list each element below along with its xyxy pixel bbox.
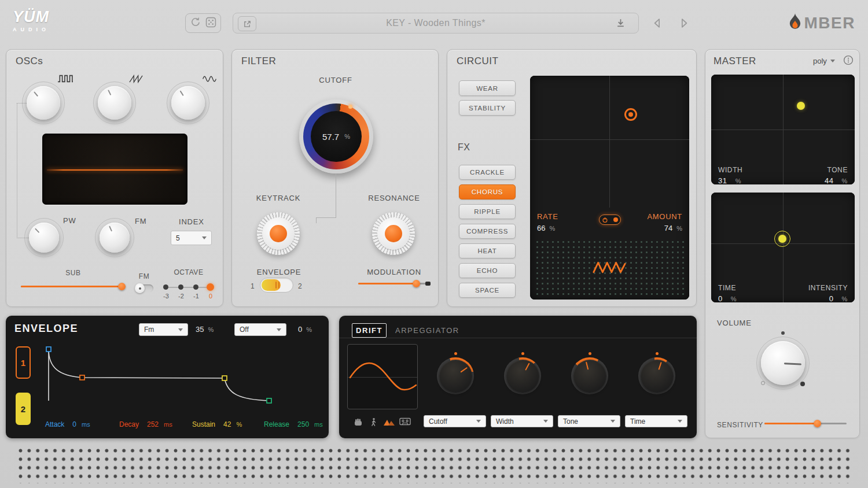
fx-button-space[interactable]: SPACE (459, 283, 516, 298)
fx-xy-pad[interactable]: RATE 66% AMOUNT 74% (530, 76, 689, 300)
master-panel: MASTER poly WIDTH 31% TONE 44% (705, 49, 860, 438)
drift-target-2-select[interactable]: Width (491, 415, 553, 427)
fx-button-ripple[interactable]: RIPPLE (459, 204, 516, 219)
intensity-label: INTENSITY (808, 284, 848, 292)
drift-amount-knob-1[interactable] (437, 357, 474, 394)
connector-line (336, 173, 336, 217)
octave-step-0-selected[interactable] (207, 283, 214, 291)
fx-button-compress[interactable]: COMPRESS (459, 224, 516, 239)
xy-marker[interactable] (797, 102, 805, 110)
sensitivity-slider[interactable] (764, 419, 847, 427)
cutoff-knob[interactable]: 57.7 % (299, 99, 373, 173)
volume-knob[interactable] (761, 341, 805, 385)
envelope-select-toggle[interactable] (260, 278, 293, 293)
fx-power-toggle[interactable] (599, 215, 621, 225)
mod-amount-2[interactable]: 0% (298, 325, 312, 334)
width-tone-xy-pad[interactable]: WIDTH 31% TONE 44% (711, 75, 855, 184)
osc2-level-knob[interactable] (98, 86, 131, 120)
osc1-level-knob[interactable] (27, 86, 60, 120)
knob-face (377, 217, 410, 250)
walking-person-icon[interactable] (369, 417, 378, 430)
undo-icon[interactable] (190, 17, 201, 29)
octave-step--1[interactable] (193, 284, 198, 290)
mod-target-2-select[interactable]: Off (234, 323, 286, 336)
chevron-down-icon (543, 420, 548, 423)
tab-arpeggiator[interactable]: ARPEGGIATOR (395, 326, 459, 335)
fx-button-chorus-selected[interactable]: CHORUS (459, 184, 516, 199)
speaker-grille (14, 445, 854, 483)
octave-step--3[interactable] (163, 284, 168, 290)
envelope-1-button[interactable]: 1 (16, 346, 31, 379)
sub-slider[interactable] (21, 282, 126, 290)
knob-face (262, 217, 295, 250)
drift-amount-knob-4[interactable] (638, 357, 675, 394)
save-preset-icon[interactable] (616, 18, 626, 30)
index-select[interactable]: 5 (171, 231, 212, 245)
time-intensity-xy-pad[interactable]: TIME 0% INTENSITY 0% (711, 193, 855, 302)
knob-indicator (502, 356, 543, 396)
release-value[interactable]: 250 (297, 420, 309, 428)
fm-knob[interactable] (100, 223, 130, 253)
cutoff-indicator-dot (348, 105, 352, 109)
drift-target-1-select[interactable]: Cutoff (424, 415, 486, 427)
xy-marker[interactable] (778, 235, 786, 243)
next-preset-icon[interactable] (678, 17, 690, 29)
resonance-knob[interactable] (372, 212, 415, 255)
prev-preset-icon[interactable] (652, 17, 663, 29)
chorus-wave-icon (592, 258, 628, 276)
voice-mode-select[interactable]: poly (813, 57, 835, 65)
drift-target-3-select[interactable]: Tone (558, 415, 620, 427)
wear-button[interactable]: WEAR (459, 80, 516, 96)
modulation-label: MODULATION (359, 268, 429, 276)
cassette-icon[interactable] (399, 417, 411, 428)
rate-label: RATE (537, 212, 558, 221)
fx-button-heat[interactable]: HEAT (459, 243, 516, 258)
drift-amount-knob-2[interactable] (504, 357, 541, 394)
drift-amount-knob-3[interactable] (571, 357, 608, 394)
pw-knob[interactable] (29, 223, 59, 253)
preset-browser-bar[interactable]: KEY - Wooden Things* (233, 13, 639, 34)
keytrack-knob[interactable] (257, 212, 300, 255)
fm-toggle[interactable] (135, 284, 153, 292)
attack-unit: ms (82, 421, 90, 428)
circuit-title: CIRCUIT (457, 56, 498, 67)
knob-indicator (23, 216, 65, 259)
amount-unit: % (676, 225, 682, 232)
knob-indicator (165, 80, 211, 126)
knob-dot (589, 352, 591, 355)
dice-randomize-icon[interactable] (205, 17, 216, 30)
tone-label: TONE (825, 166, 848, 174)
fx-button-crackle[interactable]: CRACKLE (459, 165, 516, 180)
octave-mark: -1 (192, 293, 201, 300)
mod-amount-1[interactable]: 35% (196, 325, 214, 334)
hand-icon[interactable] (353, 417, 363, 429)
attack-value[interactable]: 0 (72, 420, 76, 428)
release-label: Release (264, 420, 289, 428)
preset-name[interactable]: KEY - Wooden Things* (233, 18, 638, 28)
fx-button-echo[interactable]: ECHO (459, 263, 516, 278)
export-preset-icon[interactable] (238, 16, 256, 31)
drift-target-4-select[interactable]: Time (625, 415, 687, 427)
drift-curve (348, 345, 417, 409)
tab-drift-selected[interactable]: DRIFT (352, 323, 387, 338)
slider-handle[interactable] (413, 280, 420, 287)
mod-target-1-select[interactable]: Fm (139, 323, 188, 336)
info-menu-icon[interactable] (843, 55, 854, 68)
mountain-icon[interactable] (383, 417, 396, 429)
chevron-down-icon (678, 420, 682, 423)
topbar: YÜM AUDIO KEY - Wooden Things* (0, 0, 868, 46)
sustain-value[interactable]: 42 (223, 420, 231, 428)
chevron-down-icon (277, 328, 281, 331)
envelope-panel: ENVELOPE Fm 35% Off 0% 1 2 Attack 0 ms (6, 316, 329, 438)
slider-handle[interactable] (814, 420, 821, 427)
modulation-slider[interactable] (358, 279, 429, 287)
octave-step--2[interactable] (178, 284, 183, 290)
release-readout: Release 250 ms (264, 420, 323, 428)
envelope-curve-display[interactable] (45, 345, 326, 414)
osc3-level-knob[interactable] (171, 86, 205, 120)
xy-marker[interactable] (624, 108, 637, 121)
decay-value[interactable]: 252 (147, 420, 159, 428)
envelope-2-button[interactable]: 2 (16, 393, 31, 425)
slider-handle[interactable] (118, 283, 126, 290)
stability-button[interactable]: STABILITY (459, 100, 516, 116)
